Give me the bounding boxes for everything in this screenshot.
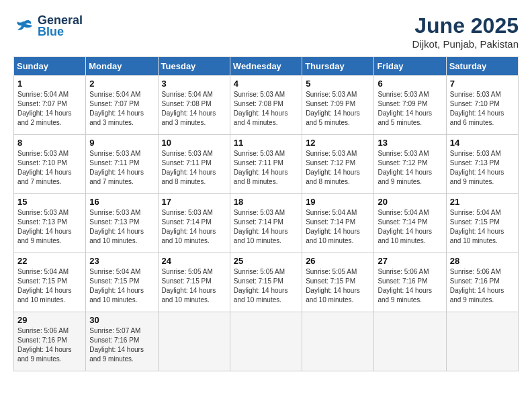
calendar-cell: 27Sunrise: 5:06 AMSunset: 7:16 PMDayligh… (374, 253, 446, 312)
calendar-cell (158, 312, 230, 371)
calendar-cell: 4Sunrise: 5:03 AMSunset: 7:08 PMDaylight… (230, 76, 302, 135)
day-info: Sunrise: 5:03 AMSunset: 7:14 PMDaylight:… (234, 208, 298, 246)
title-block: June 2025 Dijkot, Punjab, Pakistan (412, 13, 519, 50)
day-number: 3 (162, 79, 226, 89)
calendar-cell: 18Sunrise: 5:03 AMSunset: 7:14 PMDayligh… (230, 194, 302, 253)
calendar-cell: 16Sunrise: 5:03 AMSunset: 7:13 PMDayligh… (86, 194, 158, 253)
day-number: 14 (450, 138, 515, 148)
day-info: Sunrise: 5:07 AMSunset: 7:16 PMDaylight:… (89, 326, 154, 364)
day-number: 17 (162, 197, 226, 207)
calendar-cell: 9Sunrise: 5:03 AMSunset: 7:11 PMDaylight… (86, 135, 158, 194)
day-info: Sunrise: 5:03 AMSunset: 7:10 PMDaylight:… (450, 90, 515, 128)
day-info: Sunrise: 5:05 AMSunset: 7:15 PMDaylight:… (306, 267, 370, 305)
calendar-week-4: 22Sunrise: 5:04 AMSunset: 7:15 PMDayligh… (14, 253, 519, 312)
calendar-cell: 15Sunrise: 5:03 AMSunset: 7:13 PMDayligh… (14, 194, 86, 253)
day-number: 29 (17, 315, 82, 325)
page-header: General Blue June 2025 Dijkot, Punjab, P… (13, 13, 519, 50)
logo-blue: Blue (38, 25, 83, 39)
day-number: 24 (162, 256, 226, 266)
day-number: 19 (306, 197, 370, 207)
calendar-cell: 30Sunrise: 5:07 AMSunset: 7:16 PMDayligh… (86, 312, 158, 371)
day-number: 4 (234, 79, 298, 89)
calendar-week-2: 8Sunrise: 5:03 AMSunset: 7:10 PMDaylight… (14, 135, 519, 194)
day-info: Sunrise: 5:03 AMSunset: 7:11 PMDaylight:… (234, 149, 298, 187)
calendar-cell: 3Sunrise: 5:04 AMSunset: 7:08 PMDaylight… (158, 76, 230, 135)
day-info: Sunrise: 5:03 AMSunset: 7:10 PMDaylight:… (17, 149, 82, 187)
calendar-cell: 29Sunrise: 5:06 AMSunset: 7:16 PMDayligh… (14, 312, 86, 371)
day-info: Sunrise: 5:04 AMSunset: 7:15 PMDaylight:… (450, 208, 515, 246)
calendar-cell: 22Sunrise: 5:04 AMSunset: 7:15 PMDayligh… (14, 253, 86, 312)
calendar-week-1: 1Sunrise: 5:04 AMSunset: 7:07 PMDaylight… (14, 76, 519, 135)
day-info: Sunrise: 5:03 AMSunset: 7:09 PMDaylight:… (306, 90, 370, 128)
day-info: Sunrise: 5:04 AMSunset: 7:14 PMDaylight:… (306, 208, 370, 246)
calendar-cell: 1Sunrise: 5:04 AMSunset: 7:07 PMDaylight… (14, 76, 86, 135)
weekday-header-friday: Friday (374, 57, 446, 76)
calendar-cell: 28Sunrise: 5:06 AMSunset: 7:16 PMDayligh… (446, 253, 518, 312)
day-info: Sunrise: 5:04 AMSunset: 7:07 PMDaylight:… (17, 90, 82, 128)
calendar-cell: 17Sunrise: 5:03 AMSunset: 7:14 PMDayligh… (158, 194, 230, 253)
day-info: Sunrise: 5:04 AMSunset: 7:15 PMDaylight:… (17, 267, 82, 305)
calendar-subtitle: Dijkot, Punjab, Pakistan (412, 38, 519, 50)
day-info: Sunrise: 5:04 AMSunset: 7:08 PMDaylight:… (162, 90, 226, 128)
day-info: Sunrise: 5:03 AMSunset: 7:13 PMDaylight:… (17, 208, 82, 246)
day-number: 7 (450, 79, 515, 89)
calendar-header: SundayMondayTuesdayWednesdayThursdayFrid… (14, 57, 519, 76)
day-info: Sunrise: 5:06 AMSunset: 7:16 PMDaylight:… (450, 267, 515, 305)
logo-text: General Blue (38, 13, 83, 39)
calendar-cell: 5Sunrise: 5:03 AMSunset: 7:09 PMDaylight… (302, 76, 374, 135)
calendar-cell: 25Sunrise: 5:05 AMSunset: 7:15 PMDayligh… (230, 253, 302, 312)
day-number: 22 (17, 256, 82, 266)
day-number: 1 (17, 79, 82, 89)
calendar-cell: 23Sunrise: 5:04 AMSunset: 7:15 PMDayligh… (86, 253, 158, 312)
day-info: Sunrise: 5:03 AMSunset: 7:12 PMDaylight:… (306, 149, 370, 187)
weekday-header-monday: Monday (86, 57, 158, 76)
weekday-header-saturday: Saturday (446, 57, 518, 76)
day-number: 26 (306, 256, 370, 266)
day-info: Sunrise: 5:04 AMSunset: 7:15 PMDaylight:… (89, 267, 154, 305)
weekday-header-sunday: Sunday (14, 57, 86, 76)
calendar-cell: 24Sunrise: 5:05 AMSunset: 7:15 PMDayligh… (158, 253, 230, 312)
day-number: 11 (234, 138, 298, 148)
day-number: 21 (450, 197, 515, 207)
day-number: 27 (378, 256, 442, 266)
day-number: 28 (450, 256, 515, 266)
day-number: 25 (234, 256, 298, 266)
day-number: 30 (89, 315, 154, 325)
calendar-cell: 12Sunrise: 5:03 AMSunset: 7:12 PMDayligh… (302, 135, 374, 194)
day-info: Sunrise: 5:04 AMSunset: 7:07 PMDaylight:… (89, 90, 154, 128)
day-number: 15 (17, 197, 82, 207)
calendar-cell: 10Sunrise: 5:03 AMSunset: 7:11 PMDayligh… (158, 135, 230, 194)
day-number: 16 (89, 197, 154, 207)
day-number: 13 (378, 138, 442, 148)
calendar-week-5: 29Sunrise: 5:06 AMSunset: 7:16 PMDayligh… (14, 312, 519, 371)
day-info: Sunrise: 5:03 AMSunset: 7:11 PMDaylight:… (89, 149, 154, 187)
calendar-cell: 6Sunrise: 5:03 AMSunset: 7:09 PMDaylight… (374, 76, 446, 135)
day-number: 8 (17, 138, 82, 148)
calendar-cell: 19Sunrise: 5:04 AMSunset: 7:14 PMDayligh… (302, 194, 374, 253)
calendar-cell: 2Sunrise: 5:04 AMSunset: 7:07 PMDaylight… (86, 76, 158, 135)
calendar-cell: 21Sunrise: 5:04 AMSunset: 7:15 PMDayligh… (446, 194, 518, 253)
calendar-cell: 8Sunrise: 5:03 AMSunset: 7:10 PMDaylight… (14, 135, 86, 194)
day-info: Sunrise: 5:03 AMSunset: 7:12 PMDaylight:… (378, 149, 442, 187)
day-number: 18 (234, 197, 298, 207)
day-info: Sunrise: 5:04 AMSunset: 7:14 PMDaylight:… (378, 208, 442, 246)
day-number: 23 (89, 256, 154, 266)
day-number: 20 (378, 197, 442, 207)
calendar-cell (230, 312, 302, 371)
calendar-cell (446, 312, 518, 371)
day-number: 2 (89, 79, 154, 89)
calendar-cell: 20Sunrise: 5:04 AMSunset: 7:14 PMDayligh… (374, 194, 446, 253)
calendar-cell: 7Sunrise: 5:03 AMSunset: 7:10 PMDaylight… (446, 76, 518, 135)
day-info: Sunrise: 5:03 AMSunset: 7:13 PMDaylight:… (450, 149, 515, 187)
day-info: Sunrise: 5:03 AMSunset: 7:09 PMDaylight:… (378, 90, 442, 128)
calendar-body: 1Sunrise: 5:04 AMSunset: 7:07 PMDaylight… (14, 76, 519, 371)
weekday-header-thursday: Thursday (302, 57, 374, 76)
calendar-title: June 2025 (412, 13, 519, 38)
day-info: Sunrise: 5:06 AMSunset: 7:16 PMDaylight:… (378, 267, 442, 305)
weekday-header-tuesday: Tuesday (158, 57, 230, 76)
calendar-cell (302, 312, 374, 371)
day-info: Sunrise: 5:03 AMSunset: 7:13 PMDaylight:… (89, 208, 154, 246)
day-number: 6 (378, 79, 442, 89)
day-info: Sunrise: 5:06 AMSunset: 7:16 PMDaylight:… (17, 326, 82, 364)
calendar-week-3: 15Sunrise: 5:03 AMSunset: 7:13 PMDayligh… (14, 194, 519, 253)
